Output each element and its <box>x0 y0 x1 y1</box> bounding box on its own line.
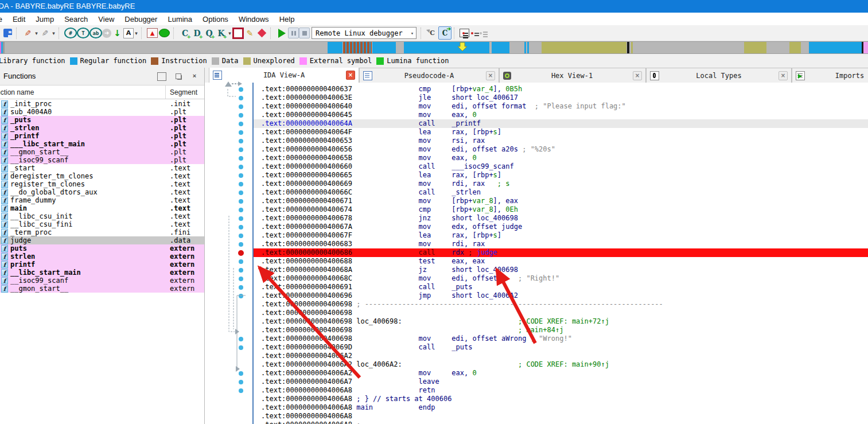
function-row[interactable]: f__libc_csu_fini.text <box>0 220 204 228</box>
disassembly-line[interactable]: .text:000000000040068C mov edi, offset s… <box>261 274 559 283</box>
function-row[interactable]: f_term_proc.fini <box>0 228 204 236</box>
functions-table-header[interactable]: Function name Segment <box>0 85 204 99</box>
stop-region-icon[interactable] <box>232 28 244 39</box>
disassembly-line[interactable]: .text:0000000000400698 <box>261 309 352 317</box>
create-dropdown[interactable]: ▾ <box>227 27 232 39</box>
tab-close-icon[interactable]: × <box>779 71 788 80</box>
instruction-dot[interactable] <box>239 104 243 109</box>
disassembly-line[interactable]: .text:00000000004006A8 ; ---------------… <box>261 421 663 424</box>
breakpoints-window-icon[interactable] <box>460 29 469 37</box>
disassembly-line[interactable]: .text:00000000004006A8 main endp <box>261 403 435 412</box>
disassembly-line[interactable]: .text:00000000004006A8 <box>261 412 352 421</box>
instruction-dot[interactable] <box>239 113 243 118</box>
disassembly-line[interactable]: .text:00000000004006A8 ; } // starts at … <box>261 395 451 403</box>
function-row[interactable]: f__libc_start_mainextern <box>0 269 204 277</box>
instruction-dot[interactable] <box>239 182 243 186</box>
column-divider[interactable] <box>165 85 166 99</box>
disassembly-line[interactable]: .text:0000000000400640 mov edi, offset f… <box>261 102 626 111</box>
instruction-dot[interactable] <box>239 225 243 229</box>
instruction-dot[interactable] <box>239 345 243 350</box>
function-row[interactable]: f_start.text <box>0 164 204 172</box>
instruction-dot[interactable] <box>239 388 243 393</box>
menu-help[interactable]: Help <box>274 13 300 25</box>
disassembly-line[interactable]: .text:00000000004006A2 <box>261 352 352 360</box>
jump-down-icon[interactable]: ↓ <box>111 27 123 39</box>
tab-pseudocode-a[interactable]: Pseudocode-A× <box>359 68 499 83</box>
debugger-stop-button[interactable] <box>299 28 310 38</box>
disassembly-line[interactable]: .text:000000000040067A mov edx, offset j… <box>261 223 522 231</box>
tab-close-icon[interactable]: × <box>346 71 355 80</box>
disassembly-line[interactable]: .text:000000000040068A jz short loc_4006… <box>261 266 518 274</box>
disassembly-line[interactable]: .text:00000000004006A7 leave <box>261 378 439 386</box>
tab-ida-view-a[interactable]: IDA View-A× <box>209 68 359 83</box>
disassembly-line[interactable]: .text:000000000040067F lea rax, [rbp+s] <box>261 231 501 240</box>
function-row[interactable]: fprintfextern <box>0 260 204 269</box>
disassembly-line[interactable]: .text:0000000000400653 mov rsi, rax <box>261 137 485 145</box>
instruction-dot[interactable] <box>239 285 243 290</box>
instruction-dot[interactable] <box>239 268 243 273</box>
disassembly-line[interactable]: .text:000000000040064F lea rax, [rbp+s] <box>261 128 501 137</box>
nav-disabled-icon[interactable]: ➜ <box>102 29 111 38</box>
function-row[interactable]: fsub_4004A0.plt <box>0 108 204 116</box>
create-struct-icon[interactable]: C <box>179 27 191 39</box>
disassembly-line[interactable]: .text:0000000000400691 call _puts <box>261 283 472 291</box>
function-row[interactable]: f_strlen.plt <box>0 124 204 132</box>
instruction-dot[interactable] <box>239 130 243 135</box>
edit-icon[interactable]: ✎ <box>244 27 256 39</box>
instruction-dot[interactable] <box>239 96 243 100</box>
tab-hex-view-1[interactable]: Hex View-1× <box>499 68 646 83</box>
function-row[interactable]: f__gmon_start__extern <box>0 285 204 293</box>
float-window-icon[interactable] <box>174 72 182 80</box>
disassembly-line[interactable]: .text:0000000000400671 mov [rbp+var_8], … <box>261 197 518 205</box>
disassembly-line[interactable]: .text:0000000000400688 test eax, eax <box>261 257 485 266</box>
disassembly-line[interactable]: .text:00000000004006A8 retn <box>261 386 435 395</box>
create-array-icon[interactable]: K <box>215 27 227 39</box>
save-database-icon[interactable] <box>3 29 12 37</box>
instruction-dot[interactable] <box>239 294 243 298</box>
menu-search[interactable]: Search <box>59 13 93 25</box>
function-row[interactable]: fregister_tm_clones.text <box>0 180 204 188</box>
column-segment[interactable]: Segment <box>170 88 197 96</box>
disassembly-line[interactable]: .text:0000000000400645 mov eax, 0 <box>261 111 477 119</box>
disassembly-line[interactable]: .text:0000000000400674 cmp [rbp+var_8], … <box>261 205 518 214</box>
instruction-dot[interactable] <box>239 234 243 238</box>
disassembly-line[interactable]: .text:000000000040064A call _printf <box>261 119 481 128</box>
menu-jump[interactable]: Jump <box>30 13 59 25</box>
disassembly-line[interactable]: .text:0000000000400637 cmp [rbp+var_4], … <box>261 85 522 94</box>
instruction-dot[interactable] <box>239 208 243 212</box>
text-format-icon[interactable]: T <box>77 28 89 38</box>
disassembly-line[interactable]: .text:00000000004006A2 loc_4006A2: ; COD… <box>261 360 609 369</box>
instruction-dot[interactable] <box>239 199 243 204</box>
function-row[interactable]: f_puts.plt <box>0 116 204 124</box>
instruction-dot[interactable] <box>239 173 243 178</box>
instruction-dot[interactable] <box>239 259 243 264</box>
instruction-dot[interactable] <box>239 380 243 384</box>
instruction-dot[interactable] <box>239 156 243 161</box>
function-row[interactable]: fmain.text <box>0 204 204 212</box>
function-row[interactable]: f___libc_start_main.plt <box>0 140 204 148</box>
disassembly-line[interactable]: .text:0000000000400656 mov edi, offset a… <box>261 145 555 154</box>
breakpoint-dot[interactable] <box>238 250 244 256</box>
close-icon[interactable]: × <box>190 72 198 80</box>
instruction-dot[interactable] <box>239 147 243 152</box>
create-data-icon[interactable]: D <box>191 27 203 39</box>
tab-local-types[interactable]: Local Types× <box>646 68 792 83</box>
function-row[interactable]: f__do_global_dtors_aux.text <box>0 188 204 196</box>
instruction-dot[interactable] <box>239 139 243 143</box>
function-row[interactable]: fderegister_tm_clones.text <box>0 172 204 180</box>
instruction-dot[interactable] <box>239 87 243 92</box>
column-function-name[interactable]: Function name <box>0 88 34 96</box>
instruction-dot[interactable] <box>239 122 243 126</box>
disassembly-line[interactable]: .text:000000000040066C call _strlen <box>261 188 481 197</box>
tab-imports[interactable]: Imports× <box>792 68 868 83</box>
function-row[interactable]: f__gmon_start__.plt <box>0 148 204 156</box>
disassembly-line[interactable]: .text:0000000000400665 lea rax, [rbp+s] <box>261 171 501 180</box>
function-row[interactable]: fframe_dummy.text <box>0 196 204 204</box>
instruction-dot[interactable] <box>239 371 243 376</box>
breakpoint-list-icon[interactable]: ▲ <box>147 28 158 38</box>
color-marker-icon[interactable]: ✎ <box>22 27 34 39</box>
debugger-start-button[interactable] <box>278 29 286 38</box>
debugger-select-combo[interactable]: Remote Linux debugger▾ <box>312 27 417 39</box>
disassembly-line[interactable]: .text:0000000000400683 mov rdi, rax <box>261 240 485 248</box>
number-format-icon[interactable]: # <box>64 28 77 38</box>
